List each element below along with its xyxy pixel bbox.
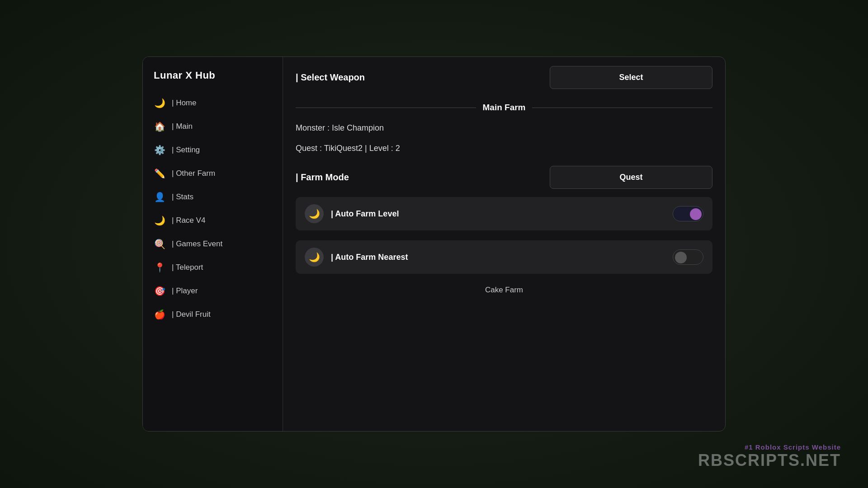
sidebar-item-games-event-label: | Games Event bbox=[172, 239, 222, 249]
sidebar-item-race-v4-label: | Race V4 bbox=[172, 216, 205, 225]
auto-farm-level-icon: 🌙 bbox=[309, 208, 320, 219]
auto-farm-level-knob bbox=[690, 208, 702, 220]
sidebar-item-stats-label: | Stats bbox=[172, 192, 193, 202]
sidebar-item-player-label: | Player bbox=[172, 286, 198, 296]
sidebar-title: Lunar X Hub bbox=[143, 61, 283, 91]
main-content: | Select Weapon Select Main Farm Monster… bbox=[283, 57, 725, 431]
sidebar: Lunar X Hub 🌙 | Home 🏠 | Main ⚙️ | Setti… bbox=[143, 57, 283, 431]
quest-info: Quest : TikiQuest2 | Level : 2 bbox=[296, 141, 712, 156]
main-icon: 🏠 bbox=[154, 121, 165, 132]
select-weapon-row: | Select Weapon Select bbox=[296, 66, 712, 89]
sidebar-item-devil-fruit[interactable]: 🍎 | Devil Fruit bbox=[143, 303, 283, 326]
select-weapon-button[interactable]: Select bbox=[550, 66, 712, 89]
auto-farm-nearest-knob bbox=[675, 252, 687, 263]
auto-farm-nearest-icon: 🌙 bbox=[309, 252, 320, 263]
sidebar-item-teleport[interactable]: 📍 | Teleport bbox=[143, 256, 283, 279]
divider-line-right bbox=[532, 108, 712, 108]
main-farm-label: Main Farm bbox=[482, 103, 525, 113]
sidebar-item-setting[interactable]: ⚙️ | Setting bbox=[143, 138, 283, 162]
auto-farm-level-toggle[interactable] bbox=[673, 206, 703, 221]
monster-info: Monster : Isle Champion bbox=[296, 121, 712, 136]
sidebar-item-setting-label: | Setting bbox=[172, 145, 200, 155]
divider-line-left bbox=[296, 108, 476, 108]
games-event-icon: 🍭 bbox=[154, 239, 165, 249]
auto-farm-level-label: | Auto Farm Level bbox=[331, 209, 665, 219]
sidebar-item-other-farm-label: | Other Farm bbox=[172, 169, 215, 178]
other-farm-icon: ✏️ bbox=[154, 168, 165, 179]
race-v4-icon: 🌙 bbox=[154, 215, 165, 226]
sidebar-item-main-label: | Main bbox=[172, 122, 193, 131]
teleport-icon: 📍 bbox=[154, 262, 165, 273]
stats-icon: 👤 bbox=[154, 192, 165, 202]
sidebar-item-player[interactable]: 🎯 | Player bbox=[143, 279, 283, 303]
sidebar-item-home[interactable]: 🌙 | Home bbox=[143, 91, 283, 115]
devil-fruit-icon: 🍎 bbox=[154, 309, 165, 320]
main-farm-divider: Main Farm bbox=[296, 103, 712, 113]
sidebar-item-home-label: | Home bbox=[172, 99, 197, 108]
home-icon: 🌙 bbox=[154, 98, 165, 108]
sidebar-item-games-event[interactable]: 🍭 | Games Event bbox=[143, 232, 283, 256]
auto-farm-level-icon-circle: 🌙 bbox=[305, 204, 324, 223]
sidebar-item-devil-fruit-label: | Devil Fruit bbox=[172, 310, 211, 319]
setting-icon: ⚙️ bbox=[154, 145, 165, 155]
farm-mode-label: | Farm Mode bbox=[296, 172, 349, 183]
sidebar-item-race-v4[interactable]: 🌙 | Race V4 bbox=[143, 209, 283, 232]
player-icon: 🎯 bbox=[154, 286, 165, 296]
auto-farm-level-card: 🌙 | Auto Farm Level bbox=[296, 197, 712, 230]
auto-farm-nearest-label: | Auto Farm Nearest bbox=[331, 253, 665, 262]
auto-farm-nearest-icon-circle: 🌙 bbox=[305, 248, 324, 267]
farm-mode-button[interactable]: Quest bbox=[550, 166, 712, 189]
sidebar-item-main[interactable]: 🏠 | Main bbox=[143, 115, 283, 138]
select-weapon-label: | Select Weapon bbox=[296, 72, 365, 83]
auto-farm-nearest-card: 🌙 | Auto Farm Nearest bbox=[296, 240, 712, 274]
sidebar-item-stats[interactable]: 👤 | Stats bbox=[143, 185, 283, 209]
sidebar-item-teleport-label: | Teleport bbox=[172, 263, 203, 272]
farm-mode-row: | Farm Mode Quest bbox=[296, 166, 712, 189]
auto-farm-nearest-toggle[interactable] bbox=[673, 249, 703, 265]
hub-window: Lunar X Hub 🌙 | Home 🏠 | Main ⚙️ | Setti… bbox=[142, 56, 726, 432]
sidebar-item-other-farm[interactable]: ✏️ | Other Farm bbox=[143, 162, 283, 185]
cake-farm-label: Cake Farm bbox=[296, 286, 712, 295]
